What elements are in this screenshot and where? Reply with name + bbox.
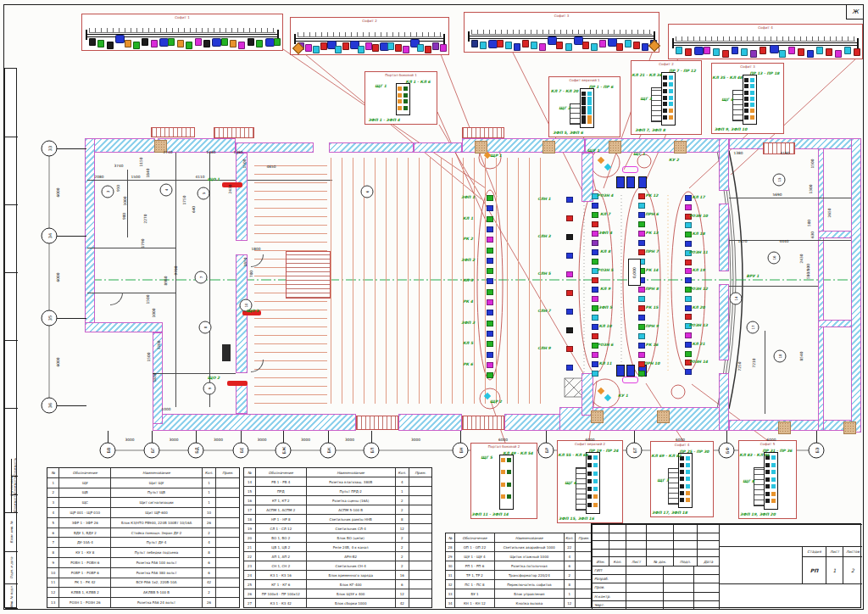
fixture-label: КЛ 21 (692, 341, 704, 345)
role-label: Н.контр. (592, 592, 626, 600)
spec-cell: 7 (47, 538, 58, 547)
strip-fixture (854, 48, 860, 56)
axis-dim: 6000 (498, 438, 508, 442)
strip-fixture (133, 42, 140, 49)
side-divider (5, 204, 18, 205)
revision-header-cell: Подп. (673, 556, 697, 566)
strip-fixture (313, 46, 320, 53)
rack-fixture (744, 115, 748, 120)
rack-fixture (750, 103, 754, 107)
spec-cell: 10 (202, 508, 216, 517)
rack-fixture (680, 477, 684, 481)
revision-cell (609, 540, 626, 549)
spec-cell: 26 (244, 589, 255, 598)
rack-fixture (587, 479, 592, 483)
plan-fixture (592, 361, 598, 367)
room-number: 8 (199, 321, 212, 334)
spec-cell: КУ 1 - КУ 8 (58, 548, 110, 557)
rack-fixture (680, 463, 684, 467)
detail-callout: Софит 3КЛ 35 - КЛ 48ПР 13 - ПР 18ЩГ 4ЗФП… (711, 63, 784, 134)
fixture-label: РК 2 (463, 237, 473, 241)
spec-cell (215, 538, 239, 547)
spec-cell: КГ 1 - КГ 6 (255, 580, 306, 589)
fixture-rack (678, 453, 693, 508)
role-name-cell (626, 566, 663, 574)
drawing-sheet: Ж (0, 0, 868, 614)
spec-cell (215, 518, 239, 527)
dim-ticks (298, 32, 442, 37)
revision-cell (673, 533, 697, 541)
dimension: 2740 (164, 150, 173, 154)
revision-cell (697, 540, 719, 549)
dark-cabinet (222, 344, 231, 361)
plan-fixture (592, 324, 598, 330)
spec-cell: 8 (395, 515, 409, 523)
device-label: ЩУ 1 (587, 148, 599, 153)
rack-fixture (581, 120, 586, 124)
hatched-wall (719, 284, 729, 360)
strip-fixture (685, 48, 692, 56)
rack-fixture (663, 102, 667, 106)
rack-fixture (669, 109, 673, 113)
spec-cell: 22 (244, 552, 255, 561)
axis-tick (56, 236, 86, 237)
plan-fixture (685, 314, 692, 320)
truss-bar (296, 38, 443, 42)
dimension: 1150 (139, 158, 143, 167)
spec-cell: 6 (564, 561, 575, 570)
rack-fixture (403, 106, 408, 110)
revision-cell (646, 549, 673, 557)
spec-cell: ЩВ (58, 488, 110, 498)
rack-fixture (686, 463, 690, 467)
strip-fixture (750, 50, 757, 58)
spec-cell: 22 (564, 543, 575, 551)
axis-bubble: 35 (42, 310, 58, 327)
hatched-wall (719, 373, 729, 431)
spec-cell: 2 (47, 488, 58, 498)
spec-cell: 1 (395, 487, 409, 495)
callout-label: ЩГ 4 (721, 98, 733, 102)
plan-fixture (592, 203, 598, 209)
revision-header-cell: № док. (646, 556, 673, 566)
table-row: 15ПРДПульт ПРД-21 (244, 486, 431, 495)
strip-fixture (676, 47, 682, 54)
spec-cell (409, 515, 431, 523)
rack-fixture (744, 109, 748, 113)
rack-fixture (669, 82, 673, 87)
soffit-strip: Софит 1 (81, 14, 283, 51)
side-label: Должность (13, 458, 17, 477)
plan-fixture (638, 193, 645, 199)
callout-title: Софит верхний 2 (558, 442, 622, 446)
rack-fixture (744, 84, 748, 88)
spec-cell: ЗФР 1 - ЗФР 26 (58, 518, 110, 527)
plan-fixture (592, 352, 598, 358)
fixture-label: СЛН 7 (537, 309, 551, 313)
plan-fixture (638, 324, 645, 330)
revision-header-cell: Кол. (609, 556, 626, 566)
room-number: 15 (773, 174, 786, 187)
plan-fixture (487, 299, 493, 305)
interior-wall (729, 286, 818, 287)
callout-label: ЩГ 3 (640, 97, 652, 101)
strip-fixture (844, 47, 851, 54)
dimension: 1500 (146, 295, 150, 304)
rack-fixture (587, 92, 592, 96)
callout-label: ЗФП 9, ЗФП 10 (715, 127, 748, 131)
callout-title: Софит верхний 1 (549, 78, 620, 82)
side-podp: Подп. и дата (5, 552, 18, 584)
spec-cell: 2 (564, 571, 575, 579)
side-inv: Инв. № подл. (5, 584, 18, 609)
dimension: 1460 (207, 150, 216, 154)
table-row: 2ЩВПульт ЩВ1 (47, 488, 239, 498)
rack-fixture (750, 91, 754, 95)
spec-cell: ВДУ 1, ВДУ 2 (58, 528, 110, 538)
plan-fixture (592, 277, 598, 283)
strip-fixture (265, 38, 275, 47)
plan-fixture (566, 215, 573, 221)
fixture-label: КЛ 9 (600, 287, 610, 291)
magenta-box (622, 166, 638, 173)
role-sign-cell (663, 574, 693, 583)
hatched-wall (818, 148, 824, 431)
spec-cell: Светильник аварийный 1000 (494, 543, 564, 551)
device-label: ЩО 2 (208, 376, 220, 380)
